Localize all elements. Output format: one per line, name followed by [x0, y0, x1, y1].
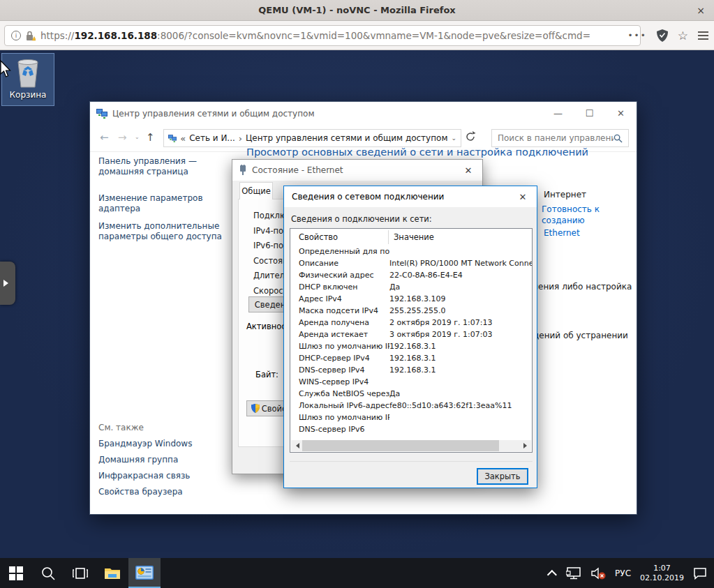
breadcrumb-current[interactable]: Центр управления сетями и общим доступом — [246, 133, 447, 143]
network-center-titlebar[interactable]: Центр управления сетями и общим доступом… — [90, 102, 637, 125]
windows-logo-icon — [9, 566, 23, 580]
address-dropdown-icon[interactable]: ⌄ — [451, 135, 456, 142]
recent-pages-icon[interactable]: ⌄ — [135, 134, 140, 140]
task-view-button[interactable] — [64, 558, 96, 588]
see-also-link[interactable]: Брандмауэр Windows — [98, 439, 238, 448]
dialog-title: Состояние - Ethernet — [252, 165, 343, 175]
details-row[interactable]: WINS-сервер IPv4 — [290, 377, 532, 389]
breadcrumb-parent[interactable]: Сеть и И... — [189, 133, 235, 143]
details-row[interactable]: DNS-сервер IPv4 192.168.3.1 — [290, 365, 532, 377]
network-tray-icon[interactable] — [566, 567, 581, 580]
clock-date: 02.10.2019 — [640, 573, 684, 583]
up-icon[interactable]: ↑ — [146, 131, 155, 144]
horizontal-scrollbar[interactable] — [291, 440, 531, 451]
tab-general[interactable]: Общие — [239, 182, 273, 199]
details-row[interactable]: Адрес IPv4 192.168.3.109 — [290, 294, 532, 306]
details-row[interactable]: DHCP-сервер IPv4 192.168.3.1 — [290, 354, 532, 365]
search-icon[interactable] — [613, 134, 623, 143]
folder-icon — [104, 566, 121, 580]
sidebar-item-home[interactable]: Панель управления — домашняя страница — [98, 156, 231, 177]
system-tray: РУС 1:07 02.10.2019 — [550, 558, 714, 588]
taskbar-clock[interactable]: 1:07 02.10.2019 — [640, 564, 684, 583]
properties-button-label: Свойс — [262, 404, 287, 414]
url-input[interactable]: i https://192.168.16.188:8006/?console=k… — [4, 25, 641, 46]
details-row[interactable]: DHCP включен Да — [290, 282, 532, 294]
taskbar-search-button[interactable] — [32, 558, 64, 588]
details-row[interactable]: Шлюз по умолчанию IP... 192.168.3.1 — [290, 342, 532, 354]
details-row[interactable]: Служба NetBIOS через... Да — [290, 389, 532, 401]
minimize-button[interactable]: — — [542, 102, 574, 125]
breadcrumb[interactable]: « Сеть и И... › Центр управления сетями … — [163, 129, 461, 147]
file-explorer-button[interactable] — [96, 558, 128, 588]
property-cell: Аренда получена — [290, 318, 389, 330]
scroll-right-icon[interactable] — [520, 440, 531, 451]
back-icon[interactable]: ← — [100, 131, 109, 144]
value-cell: 192.168.3.109 — [389, 294, 445, 306]
close-icon[interactable]: ✕ — [509, 186, 537, 207]
start-button[interactable] — [0, 558, 32, 588]
novnc-control-handle[interactable] — [0, 262, 15, 305]
clock-time: 1:07 — [640, 564, 684, 573]
details-subtitle: Сведения о подключении к сети: — [291, 214, 432, 224]
browser-urlbar-row: i https://192.168.16.188:8006/?console=k… — [0, 21, 714, 50]
details-list-header: Свойство Значение — [290, 229, 532, 246]
bookmark-star-icon[interactable]: ☆ — [678, 29, 688, 43]
tray-expand-icon[interactable] — [547, 570, 557, 580]
see-also-link[interactable]: Инфракрасная связь — [98, 471, 238, 481]
ethernet-status-titlebar[interactable]: Состояние - Ethernet ✕ — [232, 160, 482, 181]
see-also-link[interactable]: Свойства браузера — [98, 487, 238, 497]
details-row[interactable]: Аренда получена 2 октября 2019 г. 1:07:1… — [290, 318, 532, 330]
sidebar-item-sharing-settings[interactable]: Изменить дополнительные параметры общего… — [98, 221, 231, 242]
page-title: Просмотр основных сведений о сети и наст… — [246, 146, 588, 158]
url-text[interactable]: https://192.168.16.188:8006/?console=kvm… — [40, 30, 590, 41]
breadcrumb-separator: › — [239, 133, 242, 144]
page-actions-icon[interactable]: ••• — [628, 31, 647, 40]
close-button[interactable]: ✕ — [605, 102, 637, 125]
property-cell: Адрес IPv4 — [290, 294, 389, 306]
browser-titlebar[interactable]: QEMU (VM-1) - noVNC - Mozilla Firefox × — [0, 0, 714, 21]
forward-icon[interactable]: → — [118, 131, 127, 144]
value-cell: Intel(R) PRO/1000 MT Network Connecti — [389, 259, 532, 271]
screen: QEMU (VM-1) - noVNC - Mozilla Firefox × … — [0, 0, 714, 588]
breadcrumb-icon — [168, 134, 177, 143]
details-row[interactable]: Описание Intel(R) PRO/1000 MT Network Co… — [290, 259, 532, 271]
see-also-link[interactable]: Домашняя группа — [98, 455, 238, 465]
details-row[interactable]: DNS-сервер IPv6 — [290, 425, 532, 437]
details-row[interactable]: Шлюз по умолчанию IP... — [290, 413, 532, 425]
see-also-header: См. также — [98, 423, 238, 432]
browser-close-icon[interactable]: × — [693, 3, 708, 18]
page-info-icon[interactable]: i — [11, 31, 21, 40]
details-row[interactable]: Локальный IPv6-адрес... fe80::5d10:a643:… — [290, 401, 532, 413]
close-icon[interactable]: ✕ — [454, 160, 482, 181]
language-indicator[interactable]: РУС — [615, 568, 631, 578]
browser-title: QEMU (VM-1) - noVNC - Mozilla Firefox — [258, 5, 455, 15]
details-row[interactable]: Аренда истекает 3 октября 2019 г. 1:07:0… — [290, 330, 532, 342]
window-title: Центр управления сетями и общим доступом — [112, 109, 314, 119]
ethernet-plug-icon — [239, 165, 247, 176]
refresh-icon[interactable] — [465, 131, 476, 142]
ethernet-connection-link[interactable]: Ethernet — [544, 228, 580, 238]
details-row[interactable]: Физический адрес 22-C0-8A-86-E4-E4 — [290, 271, 532, 282]
taskbar-active-app-button[interactable] — [128, 558, 161, 588]
tracking-shield-icon[interactable] — [657, 29, 668, 42]
network-details-dialog: Сведения о сетевом подключении ✕ Сведени… — [283, 186, 537, 488]
homegroup-ready-link[interactable]: Готовность к созданию — [542, 204, 606, 226]
sidebar-item-adapter-settings[interactable]: Изменение параметров адаптера — [98, 193, 231, 214]
insecure-lock-icon[interactable] — [26, 31, 36, 41]
property-cell: Физический адрес — [290, 271, 389, 282]
details-row[interactable]: Определенный для по... — [290, 247, 532, 259]
menu-icon[interactable] — [698, 31, 708, 40]
details-list[interactable]: Свойство Значение Определенный для по...… — [290, 228, 533, 453]
search-input[interactable]: Поиск в панели управления — [491, 129, 629, 147]
scroll-left-icon[interactable] — [291, 440, 302, 451]
action-center-icon[interactable] — [693, 567, 707, 580]
scrollbar-thumb[interactable] — [302, 440, 499, 451]
maximize-button[interactable]: ☐ — [574, 102, 605, 125]
details-row[interactable]: Маска подсети IPv4 255.255.255.0 — [290, 306, 532, 318]
close-details-button[interactable]: Закрыть — [477, 468, 528, 485]
property-cell: DNS-сервер IPv6 — [290, 425, 389, 437]
property-cell: Аренда истекает — [290, 330, 389, 342]
volume-muted-icon[interactable] — [590, 567, 606, 580]
see-also-section: См. также Брандмауэр WindowsДомашняя гру… — [98, 423, 238, 503]
network-details-titlebar[interactable]: Сведения о сетевом подключении ✕ — [284, 186, 537, 207]
